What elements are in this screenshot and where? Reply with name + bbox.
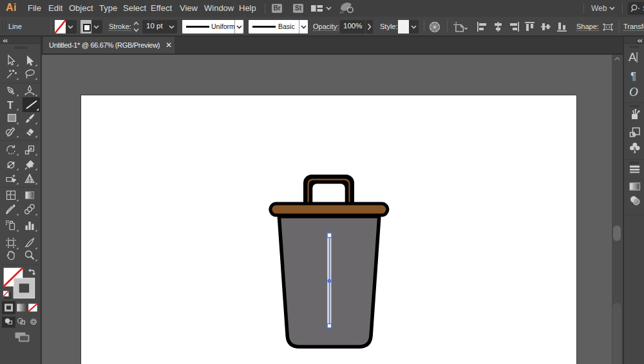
svg-text:¶: ¶ <box>630 70 636 82</box>
svg-text:A: A <box>629 51 636 64</box>
svg-text:T: T <box>7 100 14 111</box>
svg-text:O: O <box>629 85 638 99</box>
